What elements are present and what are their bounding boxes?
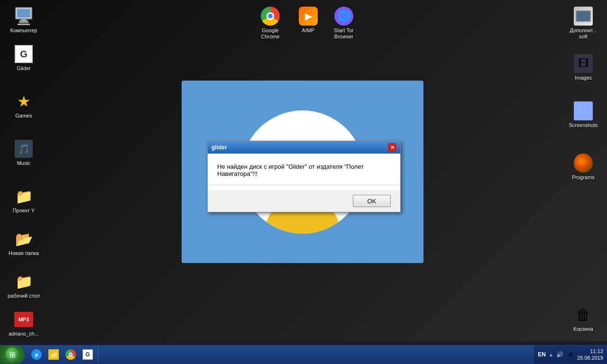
images-icon: 🎞 (574, 54, 593, 73)
taskbar: ⊞ e 📁 G EN ▲ 🔊 🖥 11:12 29.08.2019 (0, 345, 607, 364)
games-label: Games (15, 113, 32, 119)
glider-label: Glider (17, 65, 30, 72)
tor-icon: 🌐 (334, 7, 353, 26)
dop-soft-icon (574, 7, 593, 26)
aimp-label: AIMP (302, 27, 315, 34)
dialog-separator (208, 185, 400, 185)
games-icon: ★ (14, 92, 33, 111)
chrome-label: Google Chrome (253, 27, 287, 40)
computer-icon (14, 7, 33, 26)
dialog-ok-button[interactable]: OK (353, 195, 391, 207)
music-label: Music (17, 160, 31, 166)
icon-mp3[interactable]: MP3 adriano_ch... (5, 308, 43, 339)
tray-clock[interactable]: 11:12 29.08.2019 (577, 348, 603, 362)
dialog-titlebar: glider ✕ (208, 141, 400, 154)
icon-games[interactable]: ★ Games (5, 90, 43, 121)
icon-google-chrome[interactable]: Google Chrome (251, 5, 289, 42)
programs-label: Programs (572, 174, 595, 181)
taskbar-pinned-area: e 📁 G (27, 346, 98, 363)
screenshots-label: Screenshots (569, 122, 598, 128)
icon-screenshots[interactable]: Screenshots (564, 100, 602, 130)
icon-project-y[interactable]: 📁 Проект Y (5, 185, 43, 216)
taskbar-explorer-button[interactable]: 📁 (46, 346, 62, 363)
mp3-label: adriano_ch... (9, 331, 39, 337)
start-orb: ⊞ (5, 347, 19, 362)
programs-icon (574, 154, 593, 173)
taskbar-glider-button[interactable]: G (80, 346, 96, 363)
tray-network-icon[interactable]: 🖥 (567, 351, 574, 358)
system-tray: EN ▲ 🔊 🖥 11:12 29.08.2019 (534, 346, 607, 364)
icon-new-folder[interactable]: 📂 Новая папка (5, 228, 43, 258)
icon-dop-soft[interactable]: Дополнит...soft (564, 5, 602, 42)
new-folder-icon: 📂 (14, 229, 33, 248)
recycle-bin-icon: 🗑 (574, 305, 593, 324)
desktop-folder-icon: 📁 (14, 272, 33, 291)
dop-soft-label: Дополнит...soft (570, 27, 597, 40)
ie-icon: e (31, 349, 42, 360)
tray-chevron-icon: ▲ (549, 352, 553, 357)
dialog-close-button[interactable]: ✕ (388, 143, 396, 152)
icon-aimp[interactable]: ▶ AIMP (289, 5, 327, 36)
screenshots-icon (574, 101, 593, 120)
desktop: Компьютер G Glider ★ Games 🎵 Music 📁 Про… (0, 0, 607, 341)
tor-label: Start TorBrowser (334, 27, 353, 40)
taskbar-chrome-button[interactable] (63, 346, 79, 363)
project-y-icon: 📁 (14, 187, 33, 206)
icon-computer[interactable]: Компьютер (5, 5, 43, 36)
icon-images[interactable]: 🎞 Images (564, 52, 602, 83)
dialog-message: Не найден диск с игрой "Glider" от издат… (217, 163, 391, 177)
icon-desktop-folder[interactable]: 📁 рабочий стол (5, 270, 43, 301)
icon-glider[interactable]: G Glider (5, 43, 43, 73)
desktop-folder-label: рабочий стол (8, 293, 40, 299)
dialog-footer: OK (208, 190, 400, 212)
tray-time: 11:12 (577, 348, 603, 355)
chrome-tb-center (69, 353, 73, 356)
tray-date: 29.08.2019 (577, 355, 603, 361)
new-folder-label: Новая папка (9, 250, 39, 256)
icon-music[interactable]: 🎵 Music (5, 137, 43, 168)
taskbar-ie-button[interactable]: e (28, 346, 45, 363)
tray-volume-icon[interactable]: 🔊 (556, 351, 564, 358)
project-y-label: Проект Y (13, 208, 35, 214)
glider-tb-icon: G (83, 349, 93, 360)
dialog-box: glider ✕ Не найден диск с игрой "Glider"… (207, 141, 401, 212)
dialog-title: glider (212, 144, 227, 151)
computer-label: Компьютер (10, 27, 37, 34)
music-icon: 🎵 (14, 139, 33, 158)
chrome-desktop-icon (261, 7, 280, 26)
aimp-icon: ▶ (299, 7, 318, 26)
tray-language[interactable]: EN (538, 351, 546, 358)
glider-icon: G (14, 45, 33, 64)
images-label: Images (575, 75, 592, 81)
icon-tor-browser[interactable]: 🌐 Start TorBrowser (325, 5, 363, 42)
windows-logo-icon: ⊞ (9, 350, 16, 359)
dialog-body: Не найден диск с игрой "Glider" от издат… (208, 154, 400, 190)
chrome-tb-icon (65, 349, 76, 360)
icon-programs[interactable]: Programs (564, 152, 602, 182)
recycle-bin-label: Корзина (573, 326, 593, 332)
explorer-icon: 📁 (48, 349, 59, 360)
icon-recycle-bin[interactable]: 🗑 Корзина (564, 303, 602, 334)
start-button[interactable]: ⊞ (0, 346, 25, 364)
mp3-icon: MP3 (14, 310, 33, 329)
